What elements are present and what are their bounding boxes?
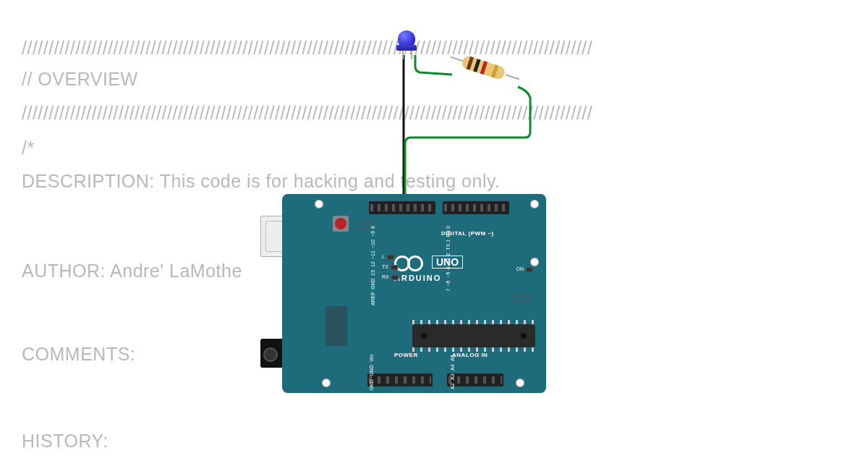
arduino-uno-board[interactable]: AREFGND1312~11~10~98 7~6~54~32TX 1RX 0 I…: [260, 180, 546, 397]
comment-divider-top: ////////////////////////////////////////…: [22, 38, 592, 59]
mount-hole: [530, 200, 539, 208]
block-comment-start: /*: [22, 138, 35, 159]
analog-pin-labels: A0A1A2A3A4A5: [450, 355, 455, 408]
analog-header[interactable]: [447, 373, 503, 387]
author-line: AUTHOR: Andre' LaMothe: [22, 261, 242, 282]
overview-heading: // OVERVIEW: [22, 69, 138, 90]
digital-header-right[interactable]: [443, 201, 509, 214]
power-header[interactable]: [367, 373, 433, 387]
arduino-brand-text: ARDUINO: [394, 274, 441, 282]
resistor-band-4: [491, 64, 498, 78]
resistor-lead-right: [506, 74, 520, 80]
comments-heading: COMMENTS:: [22, 344, 135, 365]
resistor-band-1: [467, 56, 474, 70]
mount-hole: [315, 200, 323, 208]
voltage-regulator: [326, 306, 347, 346]
atmega-chip: [412, 324, 535, 347]
board-pcb: AREFGND1312~11~10~98 7~6~54~32TX 1RX 0 I…: [282, 194, 546, 393]
led-anode-lead: [411, 51, 412, 59]
icsp-header-2: [511, 292, 532, 305]
mount-hole: [530, 258, 539, 266]
onboard-led-labels: L TX RX: [382, 252, 399, 282]
mount-hole: [516, 379, 524, 387]
chip-legs: [412, 347, 535, 352]
led-bulb: [398, 30, 415, 48]
history-heading: HISTORY:: [22, 431, 109, 452]
uno-model-label: UNO: [432, 256, 463, 269]
power-section-label: POWER: [394, 352, 418, 358]
comment-divider-bottom: ////////////////////////////////////////…: [22, 103, 592, 124]
digital-section-label: DIGITAL (PWM ~): [441, 230, 494, 237]
digital-header-left[interactable]: [369, 201, 435, 214]
infinity-icon: [394, 256, 423, 270]
led-component[interactable]: [398, 30, 418, 59]
digital-pin-labels-left: AREFGND1312~11~10~98: [370, 226, 375, 305]
reset-button[interactable]: [333, 216, 349, 232]
resistor-band-3: [480, 61, 488, 75]
on-led-label: ON: [516, 266, 534, 272]
power-pin-labels: IOREFRESET3.3V5VGNDGNDVin: [369, 355, 374, 453]
analog-section-label: ANALOG IN: [452, 352, 488, 358]
led-cathode-lead: [402, 51, 404, 59]
led-base: [396, 45, 417, 51]
resistor-band-2: [473, 59, 480, 72]
arduino-logo: [394, 256, 423, 270]
mount-hole: [322, 379, 331, 387]
